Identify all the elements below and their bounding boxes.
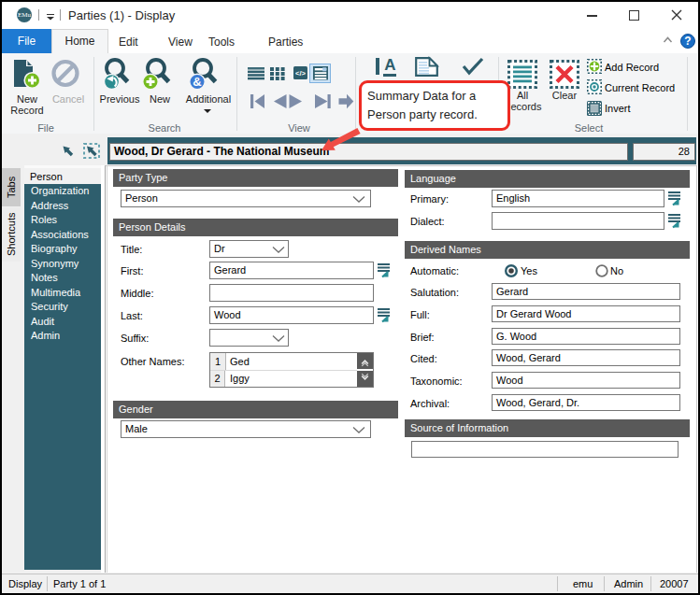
svg-text:&: & (193, 75, 201, 89)
svg-text:</>: </> (295, 69, 306, 78)
